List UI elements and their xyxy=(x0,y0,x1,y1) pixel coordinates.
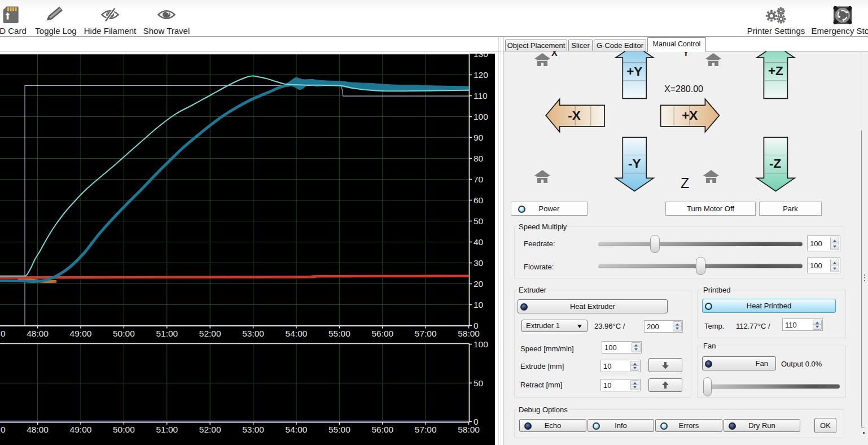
svg-text:50:00: 50:00 xyxy=(113,425,135,434)
svg-text:51:00: 51:00 xyxy=(156,425,178,434)
svg-text:0: 0 xyxy=(1,329,6,338)
svg-text:10: 10 xyxy=(474,300,484,309)
svg-text:50:00: 50:00 xyxy=(113,329,135,338)
svg-text:58:00: 58:00 xyxy=(458,425,480,434)
svg-text:55:00: 55:00 xyxy=(328,329,350,338)
svg-text:48:00: 48:00 xyxy=(27,329,49,338)
svg-text:49:00: 49:00 xyxy=(70,329,92,338)
svg-text:0: 0 xyxy=(1,425,6,434)
svg-text:110: 110 xyxy=(474,91,488,101)
svg-text:70: 70 xyxy=(474,174,484,184)
svg-text:80: 80 xyxy=(474,154,484,163)
svg-text:+Z: +Z xyxy=(768,64,783,78)
svg-text:-X: -X xyxy=(568,108,581,123)
svg-text:56:00: 56:00 xyxy=(371,425,393,434)
svg-text:52:00: 52:00 xyxy=(199,425,221,434)
svg-text:53:00: 53:00 xyxy=(242,425,264,434)
svg-text:40: 40 xyxy=(474,237,484,247)
svg-text:58:00: 58:00 xyxy=(458,329,480,338)
svg-text:20: 20 xyxy=(474,279,484,289)
svg-text:100: 100 xyxy=(474,339,488,349)
svg-text:53:00: 53:00 xyxy=(242,329,264,338)
svg-text:51:00: 51:00 xyxy=(156,329,178,338)
svg-text:48:00: 48:00 xyxy=(27,425,49,434)
svg-text:56:00: 56:00 xyxy=(371,329,393,338)
svg-text:60: 60 xyxy=(474,195,484,205)
svg-text:100: 100 xyxy=(474,112,488,121)
svg-text:57:00: 57:00 xyxy=(415,425,437,434)
svg-text:55:00: 55:00 xyxy=(328,425,350,434)
svg-text:49:00: 49:00 xyxy=(70,425,92,434)
svg-text:54:00: 54:00 xyxy=(286,425,308,434)
svg-text:54:00: 54:00 xyxy=(286,329,308,338)
svg-text:+X: +X xyxy=(682,108,698,123)
svg-text:50: 50 xyxy=(474,216,484,226)
svg-text:+Y: +Y xyxy=(626,64,642,78)
svg-text:52:00: 52:00 xyxy=(199,329,221,338)
svg-text:-Y: -Y xyxy=(628,156,641,171)
svg-text:-Z: -Z xyxy=(769,156,781,171)
svg-text:57:00: 57:00 xyxy=(415,329,437,338)
svg-text:90: 90 xyxy=(474,133,484,142)
svg-text:50: 50 xyxy=(474,378,484,388)
svg-text:120: 120 xyxy=(474,70,488,80)
svg-text:30: 30 xyxy=(474,258,484,268)
